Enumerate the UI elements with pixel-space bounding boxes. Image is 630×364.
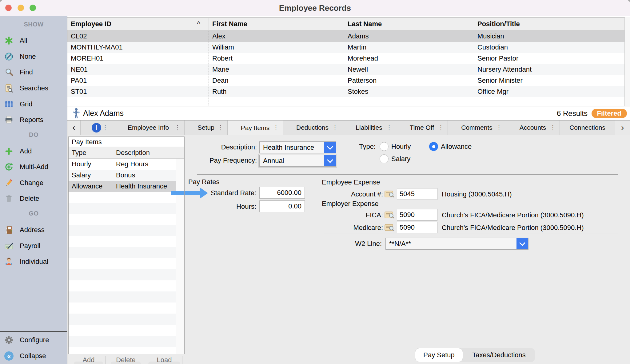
tab-deductions[interactable]: Deductions⋮ (283, 121, 342, 135)
tab-label: Pay Items (241, 124, 269, 132)
dropdown-button[interactable] (516, 238, 528, 249)
tab-connections[interactable]: Connections (560, 121, 615, 135)
column-header-last-name[interactable]: Last Name (348, 18, 382, 30)
sidebar-item-individual[interactable]: Individual (0, 255, 67, 268)
pay-item-load-button[interactable]: Load (149, 356, 180, 364)
sidebar-item-add[interactable]: Add (0, 145, 67, 157)
column-header-employee-id[interactable]: Employee ID (71, 18, 111, 30)
table-row[interactable]: PA01 Dean Patterson Senior Minister (67, 75, 630, 86)
sidebar-item-find[interactable]: Find (0, 66, 67, 78)
cell-position: Office Mgr (477, 86, 508, 97)
radio-salary[interactable] (380, 154, 389, 163)
tab-menu-dots-icon[interactable]: ⋮ (217, 121, 224, 135)
tab-menu-dots-icon[interactable]: ⋮ (550, 121, 556, 135)
tabs-scroll-right-button[interactable]: › (615, 121, 630, 135)
cell-first-name: Ruth (212, 86, 226, 97)
description-value: Health Insurance (263, 142, 314, 153)
table-row[interactable]: NE01 Marie Newell Nursery Attendant (67, 64, 630, 75)
column-header-description[interactable]: Description (116, 147, 150, 158)
tab-label: Liabilities (356, 124, 382, 131)
filtered-badge[interactable]: Filtered (592, 109, 627, 118)
dropdown-button[interactable] (324, 155, 336, 166)
hours-input[interactable] (259, 200, 305, 212)
tab-pay-items[interactable]: Pay Items⋮ (228, 121, 283, 135)
medicare-lookup-icon[interactable] (385, 223, 394, 233)
standard-rate-label: Standard Rate: (164, 189, 256, 197)
tab-menu-dots-icon[interactable]: ⋮ (386, 121, 392, 135)
button-separator (106, 356, 106, 364)
sidebar-item-reports[interactable]: Reports (0, 114, 67, 126)
add-plus-icon (4, 146, 14, 156)
tab-pay-setup-label[interactable]: Pay Setup (415, 348, 463, 362)
employer-expense-heading: Employer Expense (322, 200, 379, 208)
pay-item-add-button[interactable]: Add (73, 356, 104, 364)
individual-person-icon (4, 256, 14, 267)
pay-item-row[interactable]: Salary Bonus (69, 170, 176, 181)
tab-employee-info[interactable]: Employee Info⋮ (112, 121, 185, 135)
sort-ascending-icon[interactable]: ^ (197, 18, 200, 30)
radio-hourly[interactable] (380, 142, 389, 151)
account-description: Housing (3000.5045.H) (442, 190, 512, 198)
sidebar-item-configure[interactable]: Configure (0, 334, 67, 346)
sidebar-item-label: Address (20, 224, 45, 236)
tab-menu-dots-icon[interactable]: ⋮ (102, 121, 108, 135)
sidebar-item-none[interactable]: None (0, 50, 67, 63)
tab-menu-dots-icon[interactable]: ⋮ (332, 121, 338, 135)
pay-frequency-dropdown[interactable]: Annual (259, 155, 336, 167)
sidebar-item-searches[interactable]: Searches (0, 82, 67, 94)
column-header-type[interactable]: Type (72, 147, 86, 158)
tab-menu-dots-icon[interactable]: ⋮ (273, 121, 279, 135)
tab-label: Comments (461, 124, 492, 131)
description-label: Description: (165, 143, 257, 151)
fica-lookup-icon[interactable] (385, 211, 394, 220)
tab-menu-dots-icon[interactable]: ⋮ (496, 121, 502, 135)
delete-trash-icon (4, 193, 14, 204)
tab-accounts[interactable]: Accounts⋮ (506, 121, 560, 135)
sidebar-item-address[interactable]: Address (0, 224, 67, 236)
cell-employee-id: ST01 (71, 86, 87, 97)
sidebar-item-grid[interactable]: Grid (0, 98, 67, 110)
tab-menu-dots-icon[interactable]: ⋮ (174, 121, 181, 135)
type-label: Type: (314, 143, 376, 151)
table-row[interactable]: MONTHLY-MA01 William Martin Custodian (67, 42, 630, 53)
sidebar-item-all[interactable]: All (0, 34, 67, 47)
sidebar-section-go: GO (0, 210, 67, 217)
record-tab-bar: ‹ i ⋮ Employee Info⋮ Setup⋮ Pay Items⋮ D… (67, 121, 630, 135)
column-header-position[interactable]: Position/Title (477, 18, 520, 30)
account-lookup-icon[interactable] (385, 190, 394, 200)
table-scrollbar[interactable] (624, 17, 630, 106)
pay-item-delete-button[interactable]: Delete (110, 356, 141, 364)
table-row[interactable]: MOREH01 Robert Morehead Senior Pastor (67, 53, 630, 64)
tab-time-off[interactable]: Time Off⋮ (396, 121, 448, 135)
tab-menu-dots-icon[interactable]: ⋮ (438, 121, 444, 135)
radio-allowance[interactable] (429, 142, 438, 151)
pay-item-row-selected[interactable]: Allowance Health Insurance (69, 181, 176, 192)
pay-item-row[interactable]: Hourly Reg Hours (69, 159, 176, 170)
sidebar-item-collapse[interactable]: « Collapse (0, 350, 67, 362)
tab-taxes-deductions[interactable]: Taxes/Deductions (463, 348, 535, 362)
account-number-input[interactable] (397, 188, 437, 200)
fica-account-input[interactable] (397, 209, 437, 221)
tab-comments[interactable]: Comments⋮ (448, 121, 506, 135)
sidebar-item-payroll[interactable]: Payroll (0, 240, 67, 252)
sidebar: SHOW All None Find Searches Grid Reports… (0, 16, 67, 364)
tab-record-info[interactable]: i ⋮ (81, 121, 112, 135)
table-row-selected[interactable]: CL02 Alex Adams Musician (67, 31, 630, 42)
cell-description: Bonus (116, 170, 135, 181)
tab-liabilities[interactable]: Liabilities⋮ (342, 121, 396, 135)
pay-frequency-label: Pay Frequency: (165, 156, 257, 164)
column-header-first-name[interactable]: First Name (212, 18, 247, 30)
sidebar-item-change[interactable]: Change (0, 177, 67, 189)
pay-items-scrollbar[interactable] (176, 159, 184, 354)
cell-first-name: Marie (212, 64, 229, 75)
sidebar-item-multi-add[interactable]: Multi-Add (0, 161, 67, 173)
record-name: Alex Adams (83, 106, 124, 120)
tabs-scroll-left-button[interactable]: ‹ (67, 121, 81, 135)
medicare-label: Medicare: (291, 224, 383, 232)
medicare-account-input[interactable] (397, 222, 437, 233)
tab-setup[interactable]: Setup⋮ (185, 121, 228, 135)
table-row[interactable]: ST01 Ruth Stokes Office Mgr (67, 86, 630, 97)
sidebar-item-delete[interactable]: Delete (0, 192, 67, 205)
w2-line-dropdown[interactable]: **N/A** (385, 238, 528, 250)
sidebar-item-label: None (20, 50, 36, 63)
